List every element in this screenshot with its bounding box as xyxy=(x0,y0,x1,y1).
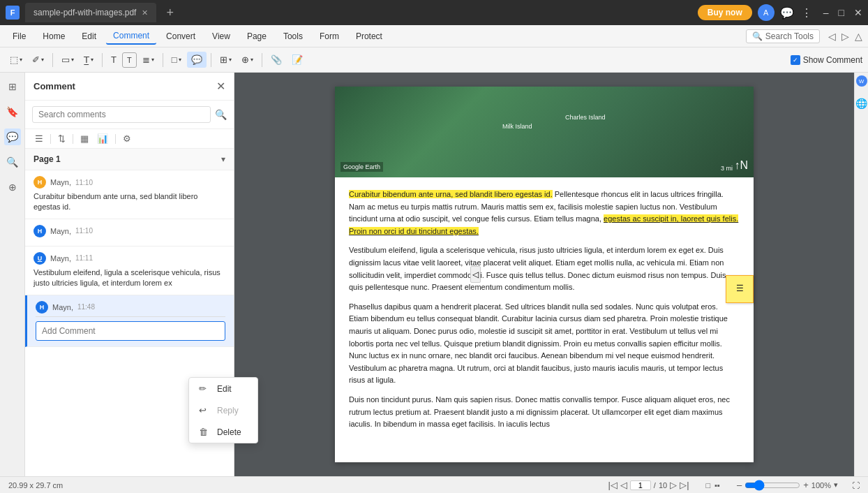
minimize-button[interactable]: – xyxy=(823,7,829,18)
bookmark-panel-icon[interactable]: 🔖 xyxy=(4,103,21,120)
context-menu-reply: ↩ Reply xyxy=(189,399,257,421)
page-number-input[interactable] xyxy=(630,480,651,490)
pages-panel-icon[interactable]: ⊞ xyxy=(4,78,21,95)
menu-convert[interactable]: Convert xyxy=(159,29,202,44)
menu-comment[interactable]: Comment xyxy=(106,28,156,45)
menu-protect[interactable]: Protect xyxy=(349,29,389,44)
stamp-button[interactable]: ⊕▾ xyxy=(237,52,257,68)
zoom-out-button[interactable]: – xyxy=(737,480,742,490)
right-sidebar-globe-icon[interactable]: 🌐 xyxy=(855,98,867,109)
messages-icon[interactable]: 💬 xyxy=(780,6,794,20)
comment-item-3[interactable]: U Mayn, 11:11 Vestibulum eleifend, ligul… xyxy=(25,246,234,295)
menu-form[interactable]: Form xyxy=(313,29,346,44)
comment-order-icon[interactable]: ⇅ xyxy=(55,132,68,145)
nav-last-button[interactable]: ▷| xyxy=(680,480,689,490)
context-menu-edit[interactable]: ✏ Edit xyxy=(189,378,257,399)
menu-view[interactable]: View xyxy=(205,29,237,44)
map-scale-label: 3 mi xyxy=(721,165,733,172)
comment-filter-icon[interactable]: ⚙ xyxy=(120,132,134,145)
text-box-button[interactable]: T xyxy=(122,52,137,68)
text-format-button[interactable]: ≣▾ xyxy=(138,52,158,68)
page-total-label: / xyxy=(654,481,656,490)
comment-panel-icon[interactable]: 💬 xyxy=(4,128,21,145)
window-controls: – □ ✕ xyxy=(823,7,862,18)
maximize-button[interactable]: □ xyxy=(839,7,844,18)
edit-content-button[interactable]: ✐▾ xyxy=(28,52,48,68)
pdf-area[interactable]: ◁ Google Earth Milk Island Charles Islan… xyxy=(234,73,854,476)
search-panel-icon[interactable]: 🔍 xyxy=(4,154,21,170)
comment-search-input[interactable] xyxy=(32,106,211,123)
nav-prev-button[interactable]: ◁ xyxy=(620,480,627,490)
comment-meta-3: U Mayn, 11:11 xyxy=(33,252,225,265)
single-page-view-icon[interactable]: □ xyxy=(706,481,711,490)
comment-sort-icon[interactable]: ☰ xyxy=(32,132,46,145)
search-tools-label: Search Tools xyxy=(765,31,814,41)
search-tools[interactable]: 🔍 Search Tools xyxy=(746,29,820,43)
comment-button[interactable]: 💬 xyxy=(187,52,207,68)
measure-button[interactable]: ⊞▾ xyxy=(216,52,236,68)
current-tab[interactable]: sample-pdf-with-images.pdf ✕ xyxy=(25,3,156,22)
show-comment-toggle[interactable]: ✓ Show Comment xyxy=(791,55,862,65)
comment-page-label: Page 1 xyxy=(33,154,61,164)
more-options-icon[interactable]: ⋮ xyxy=(801,6,812,20)
user-avatar[interactable]: A xyxy=(758,4,775,21)
comment-item-1[interactable]: H Mayn, 11:10 Curabitur bibendum ante ur… xyxy=(25,170,234,219)
pdf-content: Curabitur bibendum ante urna, sed blandi… xyxy=(335,177,754,449)
menu-page[interactable]: Page xyxy=(240,29,274,44)
highlight-button[interactable]: ▭▾ xyxy=(57,52,78,68)
toolbar-sep-3 xyxy=(163,53,163,67)
buy-now-button[interactable]: Buy now xyxy=(698,5,752,20)
nav-back-icon[interactable]: ◁ xyxy=(828,31,836,42)
context-menu-delete[interactable]: 🗑 Delete xyxy=(189,421,257,443)
nav-next-button[interactable]: ▷ xyxy=(670,480,677,490)
main-area: ⊞ 🔖 💬 🔍 ⊕ Comment ✕ 🔍 ☰ ⇅ ▦ 📊 ⚙ Page 1 xyxy=(0,73,868,476)
underline-button[interactable]: T̲▾ xyxy=(80,52,98,68)
comment-toolbar: ☰ ⇅ ▦ 📊 ⚙ xyxy=(25,129,234,149)
layers-panel-icon[interactable]: ⊕ xyxy=(4,179,21,196)
nav-forward-icon[interactable]: ▷ xyxy=(841,31,849,42)
panel-collapse-button[interactable]: ◁ xyxy=(470,266,481,283)
attach-button[interactable]: 📎 xyxy=(267,52,286,68)
nav-first-button[interactable]: |◁ xyxy=(608,480,617,490)
shape-button[interactable]: □▾ xyxy=(167,52,186,68)
menu-tools[interactable]: Tools xyxy=(276,29,310,44)
double-page-view-icon[interactable]: ▪▪ xyxy=(714,481,720,490)
menu-home[interactable]: Home xyxy=(36,29,72,44)
right-sidebar-icon-w[interactable]: W xyxy=(856,75,867,87)
select-tool-button[interactable]: ⬚▾ xyxy=(6,52,27,68)
zoom-in-button[interactable]: + xyxy=(803,480,809,490)
comment-user-1: Mayn, xyxy=(50,178,71,186)
comment-input-area xyxy=(36,316,225,341)
comment-page-header[interactable]: Page 1 ▾ xyxy=(25,149,234,170)
new-tab-button[interactable]: + xyxy=(162,6,178,20)
comment-item-2[interactable]: H Mayn, 11:10 xyxy=(25,219,234,246)
comment-chart-icon[interactable]: 📊 xyxy=(94,132,111,145)
nav-up-icon[interactable]: △ xyxy=(855,31,862,42)
comment-meta-1: H Mayn, 11:10 xyxy=(33,176,225,189)
comment-add-input[interactable] xyxy=(36,321,225,341)
comment-view-icon[interactable]: ▦ xyxy=(77,132,91,145)
expand-view-icon[interactable]: ⛶ xyxy=(852,481,860,490)
page-header-collapse-icon[interactable]: ▾ xyxy=(221,154,225,164)
menu-edit[interactable]: Edit xyxy=(75,29,103,44)
comment-search-icon[interactable]: 🔍 xyxy=(215,109,227,120)
text-tool-button[interactable]: T xyxy=(107,52,121,68)
comment-item-4[interactable]: H Mayn, 11:48 xyxy=(25,295,234,347)
menu-file[interactable]: File xyxy=(6,29,33,44)
comment-time-3: 11:11 xyxy=(75,254,93,262)
zoom-slider[interactable] xyxy=(744,480,800,491)
toolbar-sep-5 xyxy=(262,53,262,67)
sticky-note-button[interactable]: 📝 xyxy=(287,52,307,68)
close-button[interactable]: ✕ xyxy=(854,7,862,18)
ctool-sep-3 xyxy=(115,134,116,144)
top-bar: F sample-pdf-with-images.pdf ✕ + Buy now… xyxy=(0,0,868,25)
show-comment-checkbox[interactable]: ✓ xyxy=(791,55,800,65)
sticky-note-element[interactable]: ☰ xyxy=(726,275,754,303)
comment-time-4: 11:48 xyxy=(77,303,95,311)
comment-panel-close[interactable]: ✕ xyxy=(216,80,225,93)
tab-close-icon[interactable]: ✕ xyxy=(142,8,148,17)
right-sidebar: W 🌐 xyxy=(854,73,868,476)
bottom-bar: 20.99 x 29.7 cm |◁ ◁ / 10 ▷ ▷| □ ▪▪ – + … xyxy=(0,476,868,493)
zoom-dropdown-icon[interactable]: ▾ xyxy=(834,480,838,490)
zoom-controls: – + 100% ▾ xyxy=(737,480,838,491)
